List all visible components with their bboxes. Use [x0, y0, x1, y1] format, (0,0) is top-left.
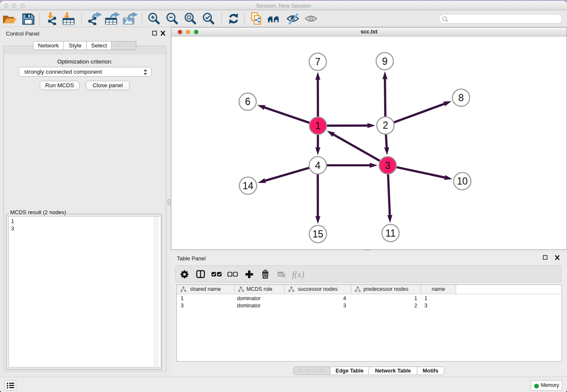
svg-text:f(x): f(x): [292, 269, 304, 279]
svg-text:6: 6: [245, 96, 250, 107]
svg-text:14: 14: [242, 180, 253, 191]
svg-text:3: 3: [385, 160, 391, 171]
svg-text:1: 1: [315, 120, 321, 131]
svg-text:11: 11: [385, 228, 396, 239]
svg-text:8: 8: [458, 92, 464, 103]
svg-text:4: 4: [315, 160, 321, 171]
svg-text:15: 15: [313, 229, 324, 240]
svg-text:2: 2: [383, 120, 388, 131]
svg-text:10: 10: [457, 176, 468, 187]
svg-text:9: 9: [382, 56, 388, 67]
svg-text:7: 7: [315, 56, 321, 67]
